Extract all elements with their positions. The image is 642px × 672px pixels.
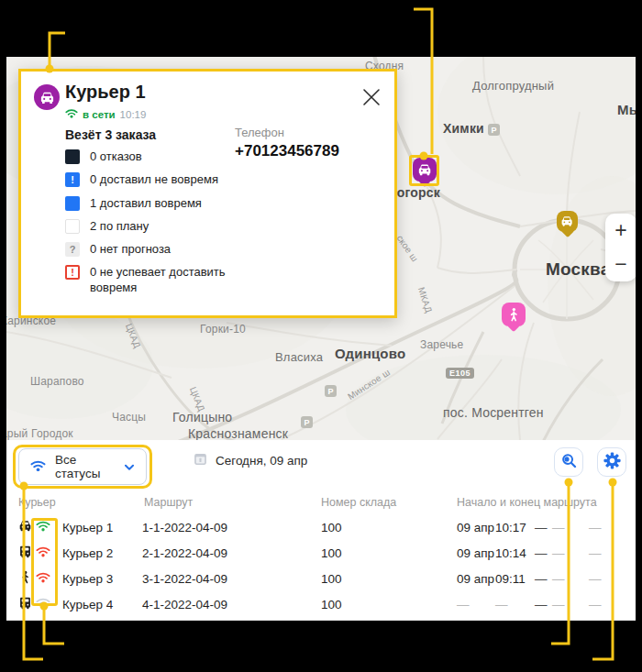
orders-heading: Везёт 3 заказа bbox=[65, 127, 156, 142]
zoom-out-button[interactable]: − bbox=[605, 248, 636, 281]
popup-title: Курьер 1 bbox=[65, 82, 146, 103]
vehicle-icon-car bbox=[18, 519, 32, 535]
start-time: 10:14 bbox=[495, 546, 526, 560]
wifi-status-icon bbox=[36, 520, 50, 534]
zoom-in-button[interactable]: + bbox=[605, 214, 636, 248]
range-dash: — bbox=[535, 572, 548, 586]
gear-icon bbox=[603, 452, 621, 472]
search-button[interactable] bbox=[554, 447, 583, 477]
map-label-часцы: Часцы bbox=[112, 411, 146, 424]
range-dash: — bbox=[535, 521, 548, 534]
end-date: — bbox=[552, 572, 565, 586]
order-status-item: ?0 нет прогноза bbox=[65, 242, 249, 257]
close-icon bbox=[361, 87, 382, 107]
map-label-шарапово: Шарапово bbox=[30, 375, 84, 388]
status-label: 0 отказов bbox=[90, 149, 142, 164]
start-date: 09 апр bbox=[457, 546, 494, 560]
order-status-list: 0 отказов!0 доставил не вовремя1 достави… bbox=[65, 149, 249, 295]
warehouse-number: 100 bbox=[321, 546, 342, 560]
order-status-item: !0 доставил не вовремя bbox=[65, 172, 249, 187]
courier-popup: Курьер 1 в сети 10:19 Везёт 3 заказа 0 о… bbox=[18, 69, 397, 318]
phone-value: +70123456789 bbox=[235, 142, 339, 160]
status-square-icon bbox=[65, 219, 80, 234]
range-dash: — bbox=[535, 546, 548, 560]
bottom-panel: Все статусы Сегодня, 09 апр Курьер Маршр… bbox=[6, 440, 636, 621]
end-date: — bbox=[552, 546, 565, 560]
end-date: — bbox=[552, 521, 565, 534]
route-id: 3-1-2022-04-09 bbox=[142, 572, 227, 586]
map-label-химки: Химки bbox=[443, 121, 484, 136]
end-time: — bbox=[589, 598, 602, 611]
wifi-online-icon bbox=[65, 108, 78, 120]
start-time: 10:17 bbox=[495, 521, 526, 534]
start-time: 09:11 bbox=[495, 572, 526, 586]
table-row-courier-3[interactable]: Курьер 33-1-2022-04-0910009 апр09:11——— bbox=[6, 566, 636, 591]
courier-name: Курьер 2 bbox=[62, 546, 113, 560]
col-route-times: Начало и конец маршрута bbox=[457, 496, 597, 509]
col-warehouse: Номер склада bbox=[321, 496, 396, 509]
calendar-icon bbox=[194, 452, 207, 469]
screenshot-frame: СходняДолгопрудныйМытХимкиногорскМосквас… bbox=[0, 0, 642, 672]
status-square-icon bbox=[65, 196, 80, 211]
order-status-item: 0 отказов bbox=[65, 149, 249, 164]
map-label-голицыно: Голицыно bbox=[172, 410, 232, 424]
online-status: в сети 10:19 bbox=[65, 108, 146, 120]
vehicle-icon-truck bbox=[18, 596, 32, 612]
order-status-item: !0 не успевает доставить вовремя bbox=[65, 265, 249, 295]
start-date: 09 апр bbox=[457, 572, 494, 586]
courier-name: Курьер 3 bbox=[62, 572, 113, 586]
online-time: 10:19 bbox=[120, 109, 147, 120]
courier-name: Курьер 4 bbox=[62, 598, 113, 611]
online-label: в сети bbox=[83, 109, 116, 120]
courier-name: Курьер 1 bbox=[62, 521, 113, 534]
map-label-краснознаменск: Краснознаменск bbox=[188, 426, 288, 440]
end-time: — bbox=[589, 546, 602, 560]
map-label-арый-городок: арый Городок bbox=[6, 427, 73, 440]
map-label-долгопрудный: Долгопрудный bbox=[472, 79, 554, 93]
parking-icon: P bbox=[488, 124, 500, 136]
status-label: 0 доставил не вовремя bbox=[90, 172, 218, 187]
settings-button[interactable] bbox=[597, 447, 626, 477]
wifi-status-icon bbox=[36, 597, 50, 611]
route-id: 1-1-2022-04-09 bbox=[142, 521, 227, 534]
wifi-status-icon bbox=[36, 545, 50, 560]
status-square-icon: ! bbox=[65, 265, 80, 280]
courier-marker-purple[interactable] bbox=[413, 158, 437, 182]
map-label-власиха: Власиха bbox=[275, 350, 323, 364]
order-status-item: 2 по плану bbox=[65, 219, 249, 234]
table-row-courier-4[interactable]: Курьер 44-1-2022-04-09100————— bbox=[6, 591, 636, 617]
route-id: 2-1-2022-04-09 bbox=[142, 546, 227, 560]
status-label: 1 доставил вовремя bbox=[90, 196, 202, 211]
courier-marker-pink[interactable] bbox=[502, 303, 526, 326]
start-time: — bbox=[495, 598, 508, 611]
close-button[interactable] bbox=[360, 86, 383, 110]
courier-marker-yellow[interactable] bbox=[557, 211, 578, 232]
end-time: — bbox=[589, 521, 602, 534]
map-zoom-control: + − bbox=[605, 214, 636, 281]
status-filter-dropdown[interactable]: Все статусы bbox=[18, 448, 147, 485]
status-label: 0 нет прогноза bbox=[90, 242, 171, 257]
end-date: — bbox=[552, 598, 565, 611]
date-display[interactable]: Сегодня, 09 апр bbox=[194, 452, 307, 469]
range-dash: — bbox=[535, 598, 548, 611]
status-filter-label: Все статусы bbox=[55, 453, 115, 480]
wifi-filter-icon bbox=[30, 459, 46, 475]
warehouse-number: 100 bbox=[321, 598, 342, 611]
map-label-заречье: Заречье bbox=[420, 338, 463, 351]
map-label-горки-10: Горки-10 bbox=[200, 323, 246, 336]
table-row-courier-2[interactable]: Курьер 22-1-2022-04-0910009 апр10:14——— bbox=[6, 540, 636, 566]
vehicle-icon-pedestrian bbox=[18, 570, 32, 587]
warehouse-number: 100 bbox=[321, 521, 342, 534]
map-label-одинцово: Одинцово bbox=[335, 346, 405, 361]
status-square-icon: ? bbox=[65, 242, 80, 257]
parking-icon: P bbox=[325, 385, 337, 397]
status-label: 0 не успевает доставить вовремя bbox=[90, 265, 249, 295]
warehouse-number: 100 bbox=[321, 572, 342, 586]
map-label-мыт: Мыт bbox=[617, 102, 636, 117]
status-label: 2 по плану bbox=[90, 219, 149, 234]
start-date: — bbox=[457, 598, 470, 611]
end-time: — bbox=[589, 572, 602, 586]
magnifier-icon bbox=[560, 452, 578, 472]
courier-avatar-icon bbox=[34, 84, 60, 110]
table-row-courier-1[interactable]: Курьер 11-1-2022-04-0910009 апр10:17——— bbox=[6, 514, 636, 540]
